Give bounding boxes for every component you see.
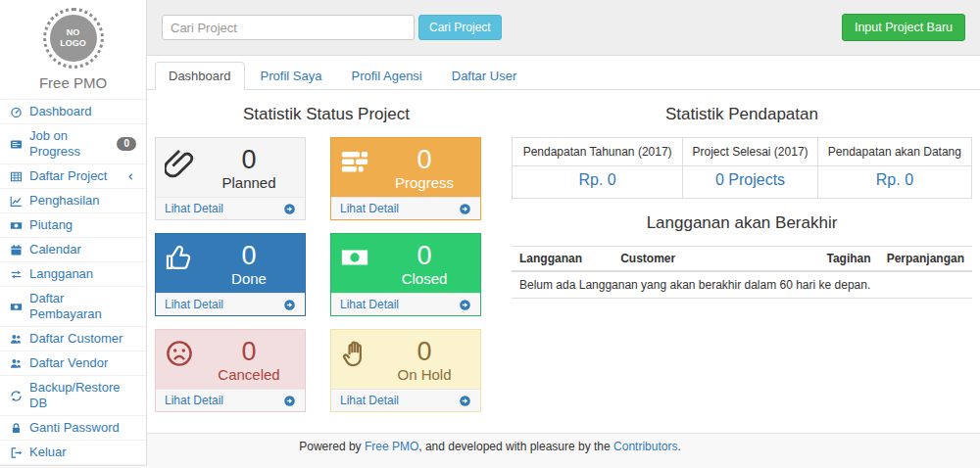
arrow-circle-right-icon: [459, 203, 471, 215]
closed-detail-link[interactable]: Lihat Detail: [340, 298, 471, 311]
chevron-left-icon: [125, 171, 136, 182]
arrow-circle-right-icon: [283, 395, 296, 407]
sidebar-item-piutang[interactable]: Piutang: [0, 213, 146, 238]
closed-label: Closed: [377, 270, 471, 288]
brand: NO LOGO Free PMO: [0, 8, 146, 99]
sidebar-item-langganan[interactable]: Langganan: [0, 262, 146, 287]
sidebar-item-label: Daftar Pembayaran: [29, 291, 136, 322]
status-card-done: 0 Done Lihat Detail: [155, 233, 306, 316]
repeat-icon: [10, 268, 23, 281]
money-icon: [10, 301, 23, 313]
tab-profil-saya[interactable]: Profil Saya: [247, 62, 336, 90]
status-card-planned: 0 Planned Lihat Detail: [155, 137, 306, 220]
money-icon: [10, 219, 23, 232]
progress-count: 0: [377, 145, 471, 174]
finished-projects-value[interactable]: 0 Projects: [715, 171, 785, 188]
upcoming-income-value[interactable]: Rp. 0: [876, 171, 913, 188]
yearly-income-value[interactable]: Rp. 0: [579, 171, 616, 188]
contributors-link[interactable]: Contributors: [613, 440, 677, 453]
logo-line1: NO: [67, 27, 80, 38]
table-icon: [10, 170, 23, 183]
canceled-detail-link[interactable]: Lihat Detail: [165, 394, 296, 407]
search-input[interactable]: [162, 15, 415, 40]
status-card-closed: 0 Closed Lihat Detail: [330, 233, 481, 316]
sidebar-item-label: Ganti Password: [29, 420, 136, 436]
sidebar-item-label: Daftar Customer: [29, 331, 136, 347]
brand-name: Free PMO: [0, 74, 146, 91]
col-header-perpanjangan: Perpanjangan: [879, 247, 972, 272]
sidebar-item-label: Langganan: [29, 266, 136, 282]
planned-detail-link[interactable]: Lihat Detail: [165, 202, 296, 215]
page-footer: Powered by Free PMO, and developed with …: [0, 440, 980, 453]
users-icon: [10, 333, 23, 346]
arrow-circle-right-icon: [459, 299, 471, 311]
arrow-circle-right-icon: [459, 395, 471, 407]
stat-label: Pendapatan akan Datang: [817, 138, 971, 166]
new-project-button[interactable]: Input Project Baru: [842, 14, 965, 41]
chart-line-icon: [10, 195, 23, 208]
col-header-customer: Customer: [612, 247, 801, 272]
paperclip-icon: [165, 147, 196, 178]
on-hold-count: 0: [377, 337, 471, 366]
free-pmo-link[interactable]: Free PMO: [365, 440, 418, 453]
canceled-label: Canceled: [202, 366, 296, 384]
closed-count: 0: [377, 241, 471, 270]
canceled-count: 0: [202, 337, 296, 366]
sidebar-item-job-on-progress[interactable]: Job on Progress 0: [0, 124, 146, 164]
lock-icon: [10, 422, 23, 435]
sidebar-item-label: Daftar Project: [29, 168, 119, 184]
done-detail-link[interactable]: Lihat Detail: [165, 298, 296, 311]
income-section: Statistik Pendapatan Pendapatan Tahunan …: [512, 90, 972, 412]
frown-icon: [165, 339, 194, 368]
sidebar-item-daftar-pembayaran[interactable]: Daftar Pembayaran: [0, 287, 146, 327]
topbar: Cari Project Input Project Baru: [147, 0, 980, 56]
status-card-progress: 0 Progress Lihat Detail: [330, 137, 481, 220]
no-logo-badge: NO LOGO: [43, 8, 104, 69]
sidebar-item-ganti-password[interactable]: Ganti Password: [0, 416, 146, 441]
sidebar-item-backup-restore-db[interactable]: Backup/Restore DB: [0, 376, 146, 416]
tab-dashboard[interactable]: Dashboard: [155, 62, 245, 90]
sidebar-item-daftar-customer[interactable]: Daftar Customer: [0, 327, 146, 351]
sidebar-item-label: Daftar Vendor: [29, 355, 136, 371]
empty-subscription-message: Belum ada Langganan yang akan berakhir d…: [512, 271, 972, 299]
progress-detail-link[interactable]: Lihat Detail: [340, 202, 471, 215]
logo-line2: LOGO: [60, 38, 86, 49]
calendar-icon: [10, 244, 23, 257]
tab-profil-agensi[interactable]: Profil Agensi: [337, 62, 435, 90]
col-header-tagihan: Tagihan: [801, 247, 879, 272]
subscription-table: Langganan Customer Tagihan Perpanjangan …: [512, 246, 972, 299]
footer-text: .: [677, 440, 680, 453]
refresh-icon: [10, 390, 23, 402]
job-list-icon: [10, 138, 23, 151]
status-section-title: Statistik Status Project: [155, 105, 498, 124]
done-count: 0: [202, 241, 296, 270]
footer-text: , and developed with pleasure by the: [418, 440, 613, 453]
sidebar-item-penghasilan[interactable]: Penghasilan: [0, 189, 146, 213]
done-label: Done: [202, 270, 296, 288]
sidebar-item-label: Job on Progress: [29, 128, 110, 160]
hand-icon: [340, 339, 369, 368]
planned-count: 0: [202, 145, 296, 174]
income-section-title: Statistik Pendapatan: [512, 105, 972, 124]
arrow-circle-right-icon: [283, 203, 296, 215]
sidebar-item-daftar-vendor[interactable]: Daftar Vendor: [0, 351, 146, 376]
sidebar-item-label: Backup/Restore DB: [29, 380, 136, 411]
stat-label: Pendapatan Tahunan (2017): [513, 138, 683, 166]
job-count-badge: 0: [117, 137, 136, 151]
tab-daftar-user[interactable]: Daftar User: [438, 62, 530, 90]
dashboard-icon: [10, 106, 23, 118]
on-hold-detail-link[interactable]: Lihat Detail: [340, 394, 471, 407]
on-hold-label: On Hold: [377, 366, 471, 384]
sidebar-item-label: Penghasilan: [29, 193, 136, 209]
sidebar-item-dashboard[interactable]: Dashboard: [0, 100, 146, 124]
users-icon: [10, 357, 23, 370]
sidebar-item-calendar[interactable]: Calendar: [0, 238, 146, 262]
status-section: Statistik Status Project 0 Planned Lihat…: [155, 90, 498, 412]
col-header-langganan: Langganan: [512, 247, 612, 272]
main-content: Dashboard Profil Saya Profil Agensi Daft…: [147, 56, 980, 434]
footer-text: Powered by: [299, 440, 365, 453]
sidebar-item-label: Calendar: [29, 242, 136, 257]
planned-label: Planned: [202, 174, 296, 192]
sidebar-item-daftar-project[interactable]: Daftar Project: [0, 164, 146, 189]
search-button[interactable]: Cari Project: [418, 15, 502, 40]
